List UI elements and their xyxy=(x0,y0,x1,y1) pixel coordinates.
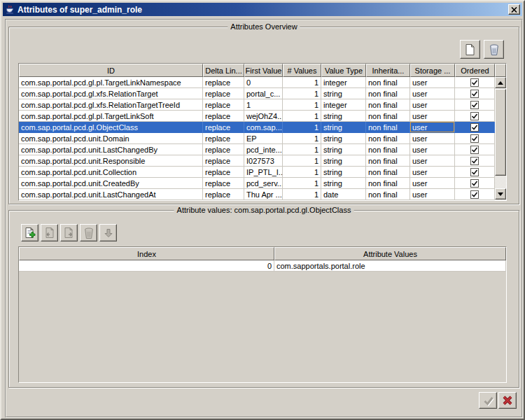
cell-id: com.sap.portal.pcd.gl.pl.TargetLinkNames… xyxy=(19,77,203,88)
scrollbar-down-button[interactable] xyxy=(495,188,506,200)
delete-attribute-button[interactable] xyxy=(484,40,504,59)
column-header-value_type[interactable]: Value Type xyxy=(321,64,366,77)
cell-storage: user xyxy=(410,144,455,155)
attribute-row[interactable]: com.sap.portal.pcd.gl.ObjectClassreplace… xyxy=(19,122,495,133)
cell-inherit: non final xyxy=(366,111,410,122)
cell-num_values: 1 xyxy=(283,111,321,122)
cancel-button[interactable] xyxy=(498,392,517,409)
group-title-values: Attribute values: com.sap.portal.pcd.gl.… xyxy=(174,206,354,214)
scrollbar-up-button[interactable] xyxy=(495,77,506,88)
cell-first_value: com.sap... xyxy=(244,122,283,133)
cell-value_type: string xyxy=(321,155,366,167)
cell-inherit: non final xyxy=(366,167,410,178)
close-icon xyxy=(511,7,517,13)
ordered-checkbox[interactable] xyxy=(470,123,479,132)
cell-first_value: 0 xyxy=(244,77,283,88)
attribute-row[interactable]: com.sap.portal.pcd.unit.DomainreplaceEP1… xyxy=(19,133,495,144)
cell-inherit: non final xyxy=(366,88,410,99)
attribute-row[interactable]: com.sap.portal.pcd.unit.Responsiblerepla… xyxy=(19,155,495,167)
cell-id: com.sap.portal.pcd.gl.xfs.RelationTarget xyxy=(19,88,203,99)
cell-delta: replace xyxy=(203,144,244,155)
cell-inherit: non final xyxy=(366,122,410,133)
cell-delta: replace xyxy=(203,167,244,178)
cell-first_value: pcd_serv... xyxy=(244,178,283,189)
trash-icon xyxy=(489,43,500,56)
ordered-checkbox[interactable] xyxy=(470,90,479,98)
cell-ordered xyxy=(455,178,495,189)
attribute-row[interactable]: com.sap.portal.pcd.gl.pl.TargetLinkSoftr… xyxy=(19,111,495,122)
ordered-checkbox[interactable] xyxy=(470,101,479,109)
cell-id: com.sap.portal.pcd.unit.Domain xyxy=(19,133,203,144)
scrollbar-thumb[interactable] xyxy=(495,89,506,176)
attribute-row[interactable]: com.sap.portal.pcd.gl.xfs.RelationTarget… xyxy=(19,88,495,99)
ordered-checkbox[interactable] xyxy=(470,146,479,154)
column-header-delta[interactable]: Delta Lin... xyxy=(203,64,244,77)
document-plus-icon xyxy=(24,227,36,239)
cell-storage: user xyxy=(410,167,455,178)
attribute-row[interactable]: com.sap.portal.pcd.unit.Collectionreplac… xyxy=(19,167,495,178)
ordered-checkbox[interactable] xyxy=(470,157,479,165)
cell-inherit: non final xyxy=(366,189,410,200)
cell-num_values: 1 xyxy=(283,99,321,111)
add-value-button[interactable] xyxy=(21,224,38,241)
value-row[interactable]: 0com.sapportals.portal.role xyxy=(19,260,506,272)
cell-num_values: 1 xyxy=(283,88,321,99)
attribute-row[interactable]: com.sap.portal.pcd.gl.pl.TargetLinkNames… xyxy=(19,77,495,88)
save-value-button xyxy=(60,224,78,241)
cell-first_value: EP xyxy=(244,133,283,144)
ordered-checkbox[interactable] xyxy=(470,134,479,143)
column-header-inherit[interactable]: Inherita... xyxy=(366,64,410,77)
attribute-row[interactable]: com.sap.portal.pcd.gl.xfs.RelationTarget… xyxy=(19,99,495,111)
cell-ordered xyxy=(455,122,495,133)
cell-delta: replace xyxy=(203,77,244,88)
cell-id: com.sap.portal.pcd.gl.pl.TargetLinkSoft xyxy=(19,111,203,122)
cell-delta: replace xyxy=(203,133,244,144)
header-corner xyxy=(495,64,506,77)
attribute-row[interactable]: com.sap.portal.pcd.unit.CreatedByreplace… xyxy=(19,178,495,189)
column-header-ordered[interactable]: Ordered xyxy=(455,64,495,77)
ordered-checkbox[interactable] xyxy=(470,168,479,176)
move-down-button xyxy=(99,224,117,241)
cell-storage: user xyxy=(410,155,455,167)
ordered-checkbox[interactable] xyxy=(470,190,479,199)
close-button[interactable] xyxy=(508,4,520,15)
ordered-checkbox[interactable] xyxy=(470,112,479,120)
cell-id: com.sap.portal.pcd.unit.LastChangedAt xyxy=(19,189,203,200)
cell-id: com.sap.portal.pcd.gl.xfs.RelationTarget… xyxy=(19,99,203,111)
attribute-row[interactable]: com.sap.portal.pcd.unit.LastChangedAtrep… xyxy=(19,189,495,200)
cell-id: com.sap.portal.pcd.unit.LastChangedBy xyxy=(19,144,203,155)
cell-num_values: 1 xyxy=(283,155,321,167)
cell-id: com.sap.portal.pcd.gl.ObjectClass xyxy=(19,122,203,133)
attribute-row[interactable]: com.sap.portal.pcd.unit.LastChangedByrep… xyxy=(19,144,495,155)
column-header-first_value[interactable]: First Value xyxy=(244,64,283,77)
title-bar[interactable]: Attributes of super_admin_role xyxy=(3,3,522,16)
column-header-index[interactable]: Index xyxy=(19,247,274,260)
cell-delta: replace xyxy=(203,178,244,189)
arrow-up-icon xyxy=(498,81,503,85)
cell-first_value: Thu Apr ... xyxy=(244,189,283,200)
cell-inherit: non final xyxy=(366,99,410,111)
ordered-checkbox[interactable] xyxy=(470,179,479,188)
cell-num_values: 1 xyxy=(283,167,321,178)
cell-inherit: non final xyxy=(366,144,410,155)
column-header-value[interactable]: Attribute Values xyxy=(274,247,506,260)
overview-table: IDDelta Lin...First Value# ValuesValue T… xyxy=(18,63,507,201)
column-header-storage[interactable]: Storage ... xyxy=(410,64,455,77)
overview-scrollbar[interactable] xyxy=(495,77,506,200)
cell-value_type: string xyxy=(321,111,366,122)
cell-num_values: 1 xyxy=(283,122,321,133)
cell-value_type: string xyxy=(321,133,366,144)
column-header-num_values[interactable]: # Values xyxy=(283,64,321,77)
new-attribute-button[interactable] xyxy=(460,40,480,59)
cell-ordered xyxy=(455,111,495,122)
cell-value_type: string xyxy=(321,144,366,155)
column-header-id[interactable]: ID xyxy=(19,64,203,77)
cell-ordered xyxy=(455,167,495,178)
cell-delta: replace xyxy=(203,99,244,111)
cell-delta: replace xyxy=(203,155,244,167)
cell-num_values: 1 xyxy=(283,189,321,200)
java-cup-icon xyxy=(5,5,15,15)
ordered-checkbox[interactable] xyxy=(470,78,479,87)
new-document-icon xyxy=(464,43,476,56)
cell-ordered xyxy=(455,155,495,167)
